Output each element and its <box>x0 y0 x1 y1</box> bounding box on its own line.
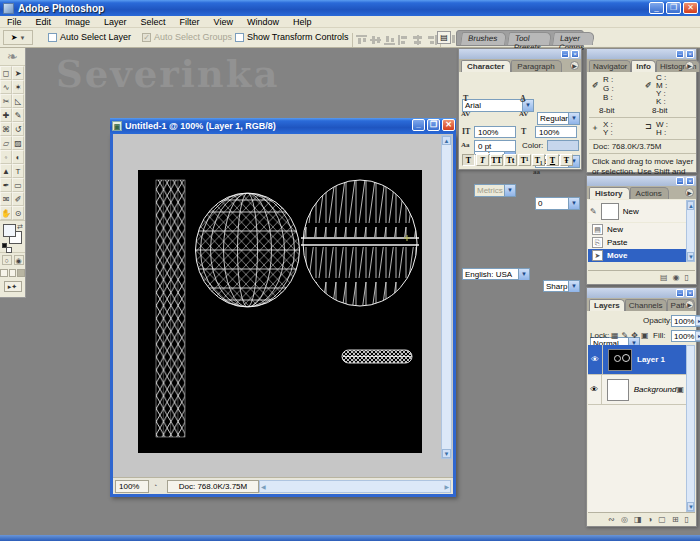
menu-window[interactable]: Window <box>240 16 286 28</box>
visibility-eye-icon[interactable]: 👁 <box>588 375 602 404</box>
zoom-level-field[interactable]: 100% <box>115 480 149 493</box>
jump-to-imageready-button[interactable]: ▸✦ <box>4 281 22 292</box>
palette-minimize-button[interactable]: – <box>561 50 569 58</box>
type-tool[interactable]: T <box>12 164 24 178</box>
menu-edit[interactable]: Edit <box>29 16 59 28</box>
new-group-button[interactable]: ▢ <box>658 515 666 524</box>
blur-tool[interactable]: ◦ <box>0 150 12 164</box>
anti-alias-select[interactable]: Sharp▼ <box>543 280 580 292</box>
menu-layer[interactable]: Layer <box>97 16 134 28</box>
tab-layer-comps[interactable]: Layer Comps <box>553 32 596 45</box>
slice-tool[interactable]: ◺ <box>12 94 24 108</box>
dropdown-arrow-icon[interactable]: ▼ <box>568 198 579 209</box>
move-tool-preset[interactable]: ➤ ▼ <box>3 30 33 45</box>
healing-brush-tool[interactable]: ✚ <box>0 108 12 122</box>
character-palette-titlebar[interactable]: – × <box>459 49 581 59</box>
subscript-button[interactable]: T₁ <box>532 154 545 166</box>
tab-brushes[interactable]: Brushes <box>460 32 507 45</box>
notes-tool[interactable]: ✉ <box>0 192 12 206</box>
lock-all-icon[interactable]: ▣ <box>641 331 649 340</box>
menu-select[interactable]: Select <box>134 16 173 28</box>
history-palette-menu-button[interactable]: ▶ <box>685 188 694 197</box>
all-caps-button[interactable]: TT <box>490 154 503 166</box>
move-tool[interactable]: ➤ <box>12 66 24 80</box>
small-caps-button[interactable]: Tt <box>504 154 517 166</box>
document-horizontal-scrollbar[interactable]: ◀ ▶ <box>259 480 451 493</box>
tab-channels[interactable]: Channels <box>625 299 667 311</box>
layer-row-layer1[interactable]: 👁 Layer 1 <box>588 345 688 375</box>
baseline-shift-field[interactable]: 0 pt <box>474 140 516 152</box>
palette-close-button[interactable]: × <box>686 50 694 58</box>
scroll-right-arrow-icon[interactable]: ▶ <box>444 483 449 490</box>
tab-tool-presets[interactable]: Tool Presets <box>507 32 552 45</box>
minimize-button[interactable]: _ <box>649 2 664 14</box>
delete-layer-button[interactable]: ▯ <box>685 515 689 524</box>
menu-help[interactable]: Help <box>286 16 319 28</box>
lock-image-pixels-icon[interactable]: ✎ <box>622 331 629 340</box>
add-layer-mask-button[interactable]: ◨ <box>634 515 642 524</box>
menu-file[interactable]: File <box>0 16 29 28</box>
info-palette-titlebar[interactable]: – × <box>587 49 696 59</box>
layers-palette-titlebar[interactable]: – × <box>587 288 696 298</box>
dodge-tool[interactable]: ◐ <box>12 150 24 164</box>
show-transform-controls-checkbox[interactable] <box>235 33 244 42</box>
eyedropper-tool[interactable]: ✐ <box>12 192 24 206</box>
doc-size-field[interactable]: Doc: 768.0K/3.75M <box>167 480 259 493</box>
tab-info[interactable]: Info <box>631 60 656 72</box>
faux-bold-button[interactable]: T <box>462 154 475 166</box>
pen-tool[interactable]: ✒ <box>0 178 12 192</box>
palette-close-button[interactable]: × <box>686 177 694 185</box>
scroll-left-arrow-icon[interactable]: ◀ <box>261 483 266 490</box>
auto-select-layer-checkbox[interactable] <box>48 33 57 42</box>
palette-minimize-button[interactable]: – <box>676 50 684 58</box>
zoom-tool[interactable]: ⊙ <box>12 206 24 220</box>
scroll-up-arrow-icon[interactable]: ▲ <box>687 201 694 210</box>
document-vertical-scrollbar[interactable]: ▲ ▼ <box>441 135 452 459</box>
vertical-scale-field[interactable]: 100% <box>474 126 516 138</box>
tab-history[interactable]: History <box>589 187 630 199</box>
history-brush-tool[interactable]: ↺ <box>12 122 24 136</box>
palette-minimize-button[interactable]: – <box>676 177 684 185</box>
hand-tool[interactable]: ✋ <box>0 206 12 220</box>
palette-close-button[interactable]: × <box>571 50 579 58</box>
lock-position-icon[interactable]: ✥ <box>631 331 638 340</box>
text-color-swatch[interactable] <box>547 140 579 151</box>
history-palette-titlebar[interactable]: – × <box>587 176 696 186</box>
fullscreen-mode-button[interactable] <box>17 269 25 277</box>
new-document-from-state-button[interactable]: ▤ <box>660 273 668 282</box>
fullscreen-menubar-mode-button[interactable] <box>9 269 17 277</box>
lock-transparent-pixels-icon[interactable]: ▦ <box>611 331 619 340</box>
palette-well-file-icon[interactable]: ▤ <box>437 31 451 44</box>
character-palette-menu-button[interactable]: ▶ <box>570 61 579 70</box>
superscript-button[interactable]: T¹ <box>518 154 531 166</box>
crop-tool[interactable]: ✂ <box>0 94 12 108</box>
gradient-tool[interactable]: ▨ <box>12 136 24 150</box>
clone-stamp-tool[interactable]: ⌘ <box>0 122 12 136</box>
document-minimize-button[interactable]: _ <box>412 119 425 131</box>
scroll-down-arrow-icon[interactable]: ▼ <box>442 449 451 458</box>
tab-layers[interactable]: Layers <box>589 299 625 311</box>
font-style-select[interactable]: Regular▼ <box>537 112 580 125</box>
document-titlebar[interactable]: ▣ Untitled-1 @ 100% (Layer 1, RGB/8) _ ❐… <box>110 118 456 134</box>
dropdown-arrow-icon[interactable]: ▼ <box>518 269 529 280</box>
visibility-eye-icon[interactable]: 👁 <box>588 345 603 374</box>
fill-value[interactable]: 100%▸ <box>671 330 700 342</box>
horizontal-scale-field[interactable]: 100% <box>535 126 577 138</box>
shape-tool[interactable]: ▭ <box>12 178 24 192</box>
lasso-tool[interactable]: ∿ <box>0 80 12 94</box>
opacity-value[interactable]: 100%▸ <box>671 315 700 327</box>
history-state-new[interactable]: ▤ New <box>588 223 688 236</box>
palette-close-button[interactable]: × <box>686 289 694 297</box>
menu-filter[interactable]: Filter <box>173 16 207 28</box>
language-select[interactable]: English: USA▼ <box>462 268 530 280</box>
path-selection-tool[interactable]: ▲ <box>0 164 12 178</box>
history-scrollbar[interactable]: ▲ ▼ <box>686 200 695 262</box>
dropdown-arrow-icon[interactable]: ▼ <box>568 281 579 292</box>
layers-palette-menu-button[interactable]: ▶ <box>685 300 694 309</box>
eraser-tool[interactable]: ▱ <box>0 136 12 150</box>
layer-style-button[interactable]: ◎ <box>621 515 628 524</box>
document-restore-button[interactable]: ❐ <box>427 119 440 131</box>
scroll-down-arrow-icon[interactable]: ▼ <box>687 252 694 261</box>
brush-tool[interactable]: ✎ <box>12 108 24 122</box>
adjustment-layer-button[interactable]: ◑ <box>647 515 652 524</box>
